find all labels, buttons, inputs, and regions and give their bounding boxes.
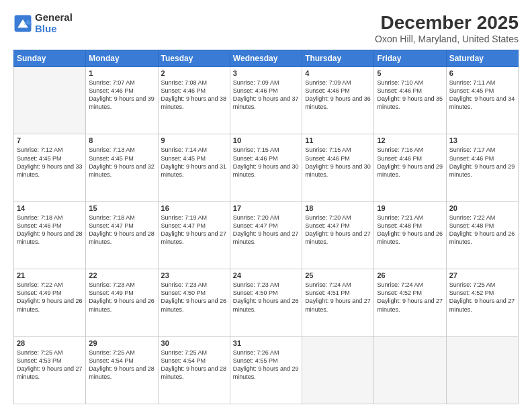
cell-details: Sunrise: 7:25 AMSunset: 4:54 PMDaylight:… <box>89 349 154 381</box>
title-block: December 2025 Oxon Hill, Maryland, Unite… <box>375 12 519 44</box>
cell-details: Sunrise: 7:07 AMSunset: 4:46 PMDaylight:… <box>89 79 154 111</box>
day-number: 8 <box>89 136 154 144</box>
header-saturday: Saturday <box>446 50 518 67</box>
table-row <box>302 336 374 404</box>
table-row: 4Sunrise: 7:09 AMSunset: 4:46 PMDaylight… <box>302 67 374 134</box>
day-number: 1 <box>89 69 154 77</box>
cell-details: Sunrise: 7:21 AMSunset: 4:48 PMDaylight:… <box>377 214 443 246</box>
table-row: 8Sunrise: 7:13 AMSunset: 4:45 PMDaylight… <box>86 134 158 201</box>
calendar-header-row: Sunday Monday Tuesday Wednesday Thursday… <box>14 50 519 67</box>
cell-details: Sunrise: 7:22 AMSunset: 4:49 PMDaylight:… <box>17 281 83 314</box>
table-row: 13Sunrise: 7:17 AMSunset: 4:46 PMDayligh… <box>446 134 518 201</box>
day-number: 22 <box>89 271 154 279</box>
table-row: 11Sunrise: 7:15 AMSunset: 4:46 PMDayligh… <box>302 134 374 201</box>
cell-details: Sunrise: 7:08 AMSunset: 4:46 PMDaylight:… <box>161 79 227 111</box>
day-number: 20 <box>449 204 515 212</box>
cell-details: Sunrise: 7:15 AMSunset: 4:46 PMDaylight:… <box>305 146 371 179</box>
page: General Blue December 2025 Oxon Hill, Ma… <box>0 0 532 411</box>
cell-details: Sunrise: 7:10 AMSunset: 4:46 PMDaylight:… <box>377 79 443 111</box>
day-number: 17 <box>233 204 299 212</box>
header: General Blue December 2025 Oxon Hill, Ma… <box>13 12 519 44</box>
table-row: 23Sunrise: 7:23 AMSunset: 4:50 PMDayligh… <box>158 269 230 336</box>
table-row: 30Sunrise: 7:25 AMSunset: 4:54 PMDayligh… <box>158 336 230 404</box>
table-row: 21Sunrise: 7:22 AMSunset: 4:49 PMDayligh… <box>14 269 86 336</box>
table-row: 26Sunrise: 7:24 AMSunset: 4:52 PMDayligh… <box>374 269 446 336</box>
table-row: 18Sunrise: 7:20 AMSunset: 4:47 PMDayligh… <box>302 201 374 269</box>
header-wednesday: Wednesday <box>230 50 302 67</box>
table-row: 15Sunrise: 7:18 AMSunset: 4:47 PMDayligh… <box>86 201 158 269</box>
cell-details: Sunrise: 7:20 AMSunset: 4:47 PMDaylight:… <box>233 214 299 246</box>
logo-blue-text: Blue <box>35 24 73 35</box>
cell-details: Sunrise: 7:23 AMSunset: 4:49 PMDaylight:… <box>89 281 154 314</box>
cell-details: Sunrise: 7:26 AMSunset: 4:55 PMDaylight:… <box>233 349 299 381</box>
table-row: 24Sunrise: 7:23 AMSunset: 4:50 PMDayligh… <box>230 269 302 336</box>
cell-details: Sunrise: 7:14 AMSunset: 4:45 PMDaylight:… <box>161 146 227 179</box>
day-number: 19 <box>377 204 443 212</box>
cell-details: Sunrise: 7:09 AMSunset: 4:46 PMDaylight:… <box>233 79 299 111</box>
day-number: 2 <box>161 69 227 77</box>
day-number: 6 <box>449 69 515 77</box>
day-number: 13 <box>449 136 515 144</box>
cell-details: Sunrise: 7:17 AMSunset: 4:46 PMDaylight:… <box>449 146 515 179</box>
table-row: 20Sunrise: 7:22 AMSunset: 4:48 PMDayligh… <box>446 201 518 269</box>
day-number: 26 <box>377 271 443 279</box>
cell-details: Sunrise: 7:23 AMSunset: 4:50 PMDaylight:… <box>161 281 227 314</box>
cell-details: Sunrise: 7:11 AMSunset: 4:45 PMDaylight:… <box>449 79 515 111</box>
day-number: 9 <box>161 136 227 144</box>
cell-details: Sunrise: 7:15 AMSunset: 4:46 PMDaylight:… <box>233 146 299 179</box>
table-row: 27Sunrise: 7:25 AMSunset: 4:52 PMDayligh… <box>446 269 518 336</box>
cell-details: Sunrise: 7:25 AMSunset: 4:52 PMDaylight:… <box>449 281 515 314</box>
table-row: 5Sunrise: 7:10 AMSunset: 4:46 PMDaylight… <box>374 67 446 134</box>
header-friday: Friday <box>374 50 446 67</box>
calendar-table: Sunday Monday Tuesday Wednesday Thursday… <box>13 50 519 404</box>
table-row: 7Sunrise: 7:12 AMSunset: 4:45 PMDaylight… <box>14 134 86 201</box>
calendar-week-row: 21Sunrise: 7:22 AMSunset: 4:49 PMDayligh… <box>14 269 519 336</box>
logo-general-text: General <box>35 12 73 24</box>
day-number: 5 <box>377 69 443 77</box>
cell-details: Sunrise: 7:25 AMSunset: 4:54 PMDaylight:… <box>161 349 227 381</box>
day-number: 15 <box>89 204 154 212</box>
logo: General Blue <box>13 12 73 34</box>
calendar-week-row: 7Sunrise: 7:12 AMSunset: 4:45 PMDaylight… <box>14 134 519 201</box>
cell-details: Sunrise: 7:18 AMSunset: 4:47 PMDaylight:… <box>89 214 154 246</box>
logo-text: General Blue <box>35 12 73 34</box>
day-number: 14 <box>17 204 83 212</box>
day-number: 18 <box>305 204 371 212</box>
table-row: 17Sunrise: 7:20 AMSunset: 4:47 PMDayligh… <box>230 201 302 269</box>
cell-details: Sunrise: 7:16 AMSunset: 4:46 PMDaylight:… <box>377 146 443 179</box>
table-row: 25Sunrise: 7:24 AMSunset: 4:51 PMDayligh… <box>302 269 374 336</box>
day-number: 10 <box>233 136 299 144</box>
day-number: 30 <box>161 339 227 347</box>
cell-details: Sunrise: 7:19 AMSunset: 4:47 PMDaylight:… <box>161 214 227 246</box>
table-row: 28Sunrise: 7:25 AMSunset: 4:53 PMDayligh… <box>14 336 86 404</box>
day-number: 11 <box>305 136 371 144</box>
cell-details: Sunrise: 7:24 AMSunset: 4:51 PMDaylight:… <box>305 281 371 314</box>
main-title: December 2025 <box>375 12 519 34</box>
table-row: 12Sunrise: 7:16 AMSunset: 4:46 PMDayligh… <box>374 134 446 201</box>
day-number: 28 <box>17 339 83 347</box>
table-row: 6Sunrise: 7:11 AMSunset: 4:45 PMDaylight… <box>446 67 518 134</box>
table-row <box>374 336 446 404</box>
calendar-week-row: 1Sunrise: 7:07 AMSunset: 4:46 PMDaylight… <box>14 67 519 134</box>
table-row: 31Sunrise: 7:26 AMSunset: 4:55 PMDayligh… <box>230 336 302 404</box>
day-number: 31 <box>233 339 299 347</box>
calendar-week-row: 28Sunrise: 7:25 AMSunset: 4:53 PMDayligh… <box>14 336 519 404</box>
day-number: 27 <box>449 271 515 279</box>
cell-details: Sunrise: 7:09 AMSunset: 4:46 PMDaylight:… <box>305 79 371 111</box>
table-row: 9Sunrise: 7:14 AMSunset: 4:45 PMDaylight… <box>158 134 230 201</box>
day-number: 24 <box>233 271 299 279</box>
day-number: 25 <box>305 271 371 279</box>
table-row: 3Sunrise: 7:09 AMSunset: 4:46 PMDaylight… <box>230 67 302 134</box>
day-number: 4 <box>305 69 371 77</box>
cell-details: Sunrise: 7:18 AMSunset: 4:46 PMDaylight:… <box>17 214 83 246</box>
table-row: 29Sunrise: 7:25 AMSunset: 4:54 PMDayligh… <box>86 336 158 404</box>
table-row: 1Sunrise: 7:07 AMSunset: 4:46 PMDaylight… <box>86 67 158 134</box>
cell-details: Sunrise: 7:20 AMSunset: 4:47 PMDaylight:… <box>305 214 371 246</box>
day-number: 23 <box>161 271 227 279</box>
day-number: 7 <box>17 136 83 144</box>
cell-details: Sunrise: 7:23 AMSunset: 4:50 PMDaylight:… <box>233 281 299 314</box>
day-number: 12 <box>377 136 443 144</box>
header-monday: Monday <box>86 50 158 67</box>
table-row: 16Sunrise: 7:19 AMSunset: 4:47 PMDayligh… <box>158 201 230 269</box>
subtitle: Oxon Hill, Maryland, United States <box>375 34 519 44</box>
